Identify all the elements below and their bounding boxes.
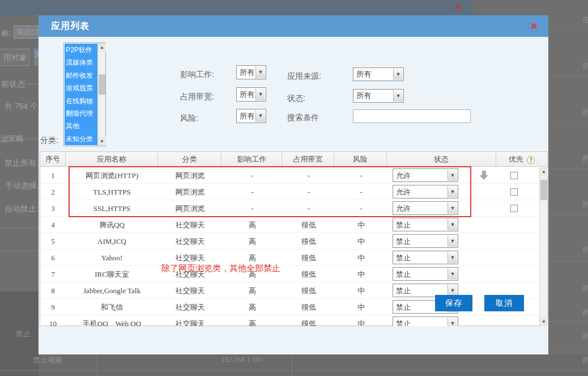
chevron-down-icon: ▼ [448,268,457,280]
col-priority: 优先? [496,152,547,166]
app-name: Jabber,Google Talk [66,282,158,298]
category-item[interactable]: 在线购物 [65,95,98,107]
background-clipped-text: 所 [582,108,588,118]
rule-name-input[interactable]: 规则10 [14,26,39,39]
tab-apply-object[interactable]: 用对象 [0,49,29,66]
category-item[interactable]: 翻墙代理 [65,107,98,120]
status-select[interactable]: 禁止▼ [393,316,458,326]
save-button[interactable]: 保存 [435,295,472,311]
risk-select[interactable]: 所有▼ [236,109,266,123]
chevron-down-icon: ▼ [393,90,403,102]
app-bandwidth: 很低 [283,266,335,282]
table-row: 3 SSL,HTTPS 网页浏览 - - - 允许▼ [40,200,539,217]
listbox-scrollbar[interactable]: ▲ ▼ [97,43,105,146]
scroll-thumb[interactable] [540,180,547,200]
background-table [39,354,588,376]
background-close-icon[interactable]: ✕ [455,1,463,13]
category-item[interactable]: 其他 [65,120,98,132]
app-category: 网页浏览 [158,184,222,200]
table-row: 6 Yahoo! 社交聊天 高 很低 中 禁止▼ [40,250,539,266]
category-item[interactable]: 游戏股票 [65,82,98,94]
status-select[interactable]: 禁止▼ [393,251,458,264]
chevron-down-icon: ▼ [448,202,457,214]
app-risk: 中 [335,266,387,282]
row-number: 8 [40,282,66,298]
app-impact: 高 [222,315,283,326]
row-number: 2 [40,184,66,200]
app-category: 网页浏览 [158,200,222,216]
divider [0,251,39,251]
table-row: 7 IRC聊天室 社交聊天 高 很低 中 禁止▼ [40,266,539,282]
search-label: 搜索条件 [287,113,319,123]
cancel-button[interactable]: 取消 [484,295,524,311]
divider [97,354,97,376]
status-filter-select[interactable]: 所有▼ [353,89,404,103]
app-name: 腾讯QQ [66,217,158,233]
app-name: 网页浏览(HTTP) [66,167,158,183]
app-risk: 中 [335,282,387,298]
chevron-down-icon: ▼ [448,186,457,197]
divider [548,29,588,30]
status-select[interactable]: 允许▼ [393,201,458,215]
background-clipped-text: 所 [582,200,588,210]
category-item[interactable]: 邮件收发 [65,69,98,82]
app-name: SSL,HTTPS [66,200,158,216]
category-item[interactable]: P2P软件 [65,44,98,56]
divider [548,322,588,322]
app-risk: - [335,200,387,216]
tab-policy[interactable]: 策 [34,48,39,66]
app-bandwidth: 很低 [283,299,335,315]
table-row: 10 手机QQ、Web QQ 社交聊天 高 很低 中 禁止▼ [40,315,539,326]
app-impact: 高 [222,299,283,315]
category-listbox[interactable]: P2P软件流媒体类邮件收发游戏股票在线购物翻墙代理其他未知分类 ▲ ▼ [63,43,106,146]
forbid-row-label: 禁止 [16,329,31,339]
app-name: Yahoo! [66,250,158,265]
source-select[interactable]: 所有▼ [353,67,404,81]
app-impact: - [222,184,283,200]
status-select[interactable]: 禁止▼ [393,267,458,281]
section-filter-policy: 滤策略 [0,134,24,144]
move-down-icon[interactable] [479,170,489,180]
scroll-down-icon[interactable]: ▼ [98,137,106,146]
table-scrollbar[interactable]: ▲ ▼ [539,167,547,326]
help-icon[interactable]: ? [527,156,535,164]
scroll-thumb[interactable] [99,74,105,95]
background-clipped-text: 所 [582,284,588,294]
impact-label: 影响工作: [180,70,214,80]
status-select[interactable]: 禁止▼ [393,234,458,248]
ip-address: 192.168.1.101 [221,355,263,364]
category-item[interactable]: 流媒体类 [65,56,98,69]
background-clipped-text: 所 [582,308,588,318]
priority-checkbox[interactable] [510,188,518,196]
app-impact: - [222,200,283,216]
row-number: 9 [40,299,66,315]
scroll-down-icon[interactable]: ▼ [540,318,548,326]
category-label: 分类: [40,136,58,146]
scroll-up-icon[interactable]: ▲ [540,167,548,176]
app-bandwidth: 很低 [283,282,335,298]
row-number: 7 [40,266,66,282]
priority-checkbox[interactable] [510,205,518,212]
category-item[interactable]: 未知分类 [65,133,98,145]
row-number: 1 [40,167,66,183]
app-category: 社交聊天 [158,282,222,298]
status-select[interactable]: 允许▼ [393,185,458,198]
row-number: 10 [40,315,66,326]
impact-select[interactable]: 所有▼ [236,65,266,79]
app-risk: 中 [335,250,387,265]
divider [548,261,588,261]
priority-checkbox[interactable] [510,172,518,179]
search-input[interactable] [353,109,471,123]
dialog-close-icon[interactable]: ✕ [530,20,538,32]
col-no: 序号 [40,152,66,166]
annotation-text: 除了网页浏览类，其他全部禁止 [161,263,280,274]
scroll-up-icon[interactable]: ▲ [98,43,106,52]
table-row: 5 AIM,ICQ 社交聊天 高 很低 中 禁止▼ [40,233,539,250]
status-select[interactable]: 允许▼ [393,168,458,182]
col-impact: 影响工作 [221,152,282,166]
section-current-status: 前状态 [1,79,25,90]
status-select[interactable]: 禁止▼ [393,218,458,231]
bandwidth-select[interactable]: 所有▼ [236,87,266,102]
col-status: 状态 [387,152,497,166]
row-number: 6 [40,250,66,265]
